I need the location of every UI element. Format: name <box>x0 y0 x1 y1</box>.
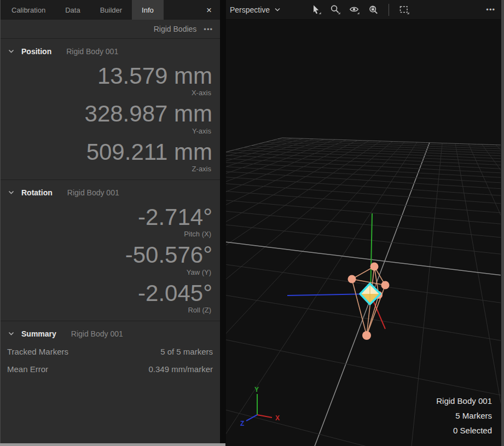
visibility-tool-icon[interactable] <box>349 4 360 15</box>
overlay-selected-count: 0 Selected <box>436 423 492 438</box>
overlay-rigid-body-name: Rigid Body 001 <box>436 393 492 408</box>
chevron-down-icon <box>8 49 14 54</box>
viewport-toolbar: Perspective <box>226 0 501 20</box>
app-window: Calibration Data Builder Info × Rigid Bo… <box>0 0 504 446</box>
mean-error-row: Mean Error 0.349 mm/marker <box>1 360 220 378</box>
info-pane: Calibration Data Builder Info × Rigid Bo… <box>0 0 220 443</box>
position-section: Position Rigid Body 001 13.579 mm X-axis… <box>1 39 220 180</box>
chevron-down-icon <box>275 8 280 11</box>
rotation-section: Rotation Rigid Body 001 -2.714° Pitch (X… <box>1 180 220 321</box>
summary-section-header[interactable]: Summary Rigid Body 001 <box>1 321 220 343</box>
tracked-markers-label: Tracked Markers <box>7 347 68 356</box>
position-x-value: 13.579 mm <box>1 60 220 88</box>
tracked-markers-value: 5 of 5 markers <box>160 347 213 356</box>
mean-error-label: Mean Error <box>7 364 48 374</box>
tab-calibration[interactable]: Calibration <box>2 0 55 20</box>
rigid-bodies-header: Rigid Bodies ••• <box>1 20 220 39</box>
section-title: Summary <box>21 329 56 338</box>
viewport-menu-button[interactable]: ••• <box>486 5 495 14</box>
toolbar-divider <box>389 4 389 16</box>
window-right-border <box>501 0 504 446</box>
zoom-tool-icon[interactable] <box>330 4 341 15</box>
svg-text:Z: Z <box>240 420 244 427</box>
zoom-lock-tool-icon[interactable] <box>368 4 379 15</box>
rotation-yaw-label: Yaw (Y) <box>1 268 220 277</box>
svg-text:Y: Y <box>254 386 259 393</box>
tab-data[interactable]: Data <box>55 0 90 20</box>
section-title: Rotation <box>21 188 53 197</box>
section-subtitle: Rigid Body 001 <box>67 188 119 197</box>
marquee-select-tool-icon[interactable] <box>398 4 410 15</box>
tracked-markers-row: Tracked Markers 5 of 5 markers <box>1 343 220 360</box>
rigid-bodies-label: Rigid Bodies <box>154 25 197 33</box>
rotation-section-header[interactable]: Rotation Rigid Body 001 <box>1 180 220 201</box>
position-y-label: Y-axis <box>1 126 220 136</box>
view-selector-dropdown[interactable]: Perspective <box>230 5 280 14</box>
section-subtitle: Rigid Body 001 <box>71 329 123 338</box>
rotation-pitch-value: -2.714° <box>1 201 220 229</box>
summary-section: Summary Rigid Body 001 Tracked Markers 5… <box>1 321 220 383</box>
pane-tabbar: Calibration Data Builder Info × <box>1 0 220 20</box>
tab-info[interactable]: Info <box>132 0 164 20</box>
position-y-value: 328.987 mm <box>1 98 220 126</box>
selection-overlay: Rigid Body 001 5 Markers 0 Selected <box>436 393 492 438</box>
close-icon: × <box>206 5 212 15</box>
rotation-yaw-value: -50.576° <box>1 239 220 267</box>
rotation-roll-label: Roll (Z) <box>1 305 220 315</box>
chevron-down-icon <box>8 332 14 336</box>
window-bottom-border[interactable] <box>0 443 225 446</box>
rigid-bodies-menu-button[interactable]: ••• <box>204 25 213 33</box>
view-selector-label: Perspective <box>230 5 270 14</box>
position-z-label: Z-axis <box>1 164 220 174</box>
viewport-tools <box>311 4 410 16</box>
scene-svg: YXZ <box>226 20 501 446</box>
position-section-header[interactable]: Position Rigid Body 001 <box>1 39 220 60</box>
section-title: Position <box>21 47 51 56</box>
position-x-label: X-axis <box>1 88 220 98</box>
viewport-3d-pane: Perspective <box>226 0 501 446</box>
rotation-roll-value: -2.045° <box>1 277 220 305</box>
overlay-marker-count: 5 Markers <box>436 408 492 423</box>
position-z-value: 509.211 mm <box>1 136 220 164</box>
svg-text:X: X <box>275 414 280 422</box>
viewport-canvas[interactable]: YXZ Rigid Body 001 5 Markers 0 Selected <box>226 20 501 446</box>
tab-builder[interactable]: Builder <box>90 0 132 20</box>
rotation-pitch-label: Pitch (X) <box>1 229 220 239</box>
section-subtitle: Rigid Body 001 <box>66 47 118 56</box>
select-tool-icon[interactable] <box>311 4 322 15</box>
chevron-down-icon <box>8 190 14 195</box>
close-pane-button[interactable]: × <box>198 0 220 20</box>
mean-error-value: 0.349 mm/marker <box>148 364 213 374</box>
